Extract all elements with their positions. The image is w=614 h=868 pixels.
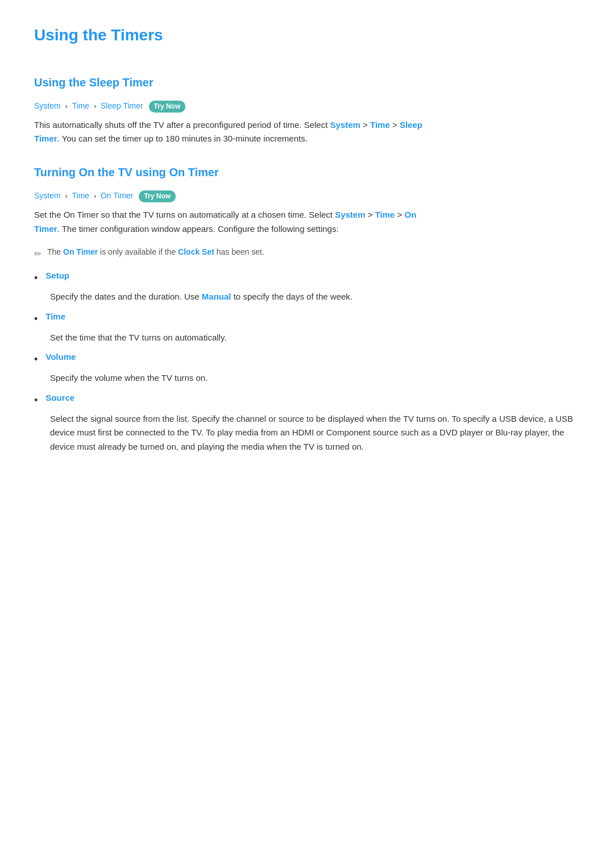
breadcrumb-sep-3: › [65, 192, 70, 200]
bullet-desc-volume: Specify the volume when the TV turns on. [50, 371, 580, 385]
breadcrumb-system-2[interactable]: System [34, 191, 61, 200]
bullet-dot-setup: • [34, 270, 38, 286]
page-title: Using the Timers [34, 23, 580, 53]
on-body-link-system[interactable]: System [335, 210, 365, 219]
try-now-badge-sleep[interactable]: Try Now [149, 101, 186, 113]
bullet-dot-time: • [34, 311, 38, 327]
try-now-badge-on[interactable]: Try Now [139, 190, 176, 202]
breadcrumb-time-1[interactable]: Time [72, 101, 90, 110]
on-timer-body: Set the On Timer so that the TV turns on… [34, 208, 580, 236]
bullet-desc-time: Set the time that the TV turns on automa… [50, 331, 580, 345]
sleep-body-link-sleep-timer[interactable]: SleepTimer [34, 120, 422, 144]
bullet-source: • Source Select the signal source from t… [34, 391, 580, 454]
bullet-time: • Time Set the time that the TV turns on… [34, 310, 580, 345]
note-link-clock-set[interactable]: Clock Set [178, 247, 214, 256]
breadcrumb-sep-1: › [65, 102, 70, 110]
setup-link-manual[interactable]: Manual [202, 292, 231, 301]
bullet-item-volume: • Volume [34, 350, 580, 368]
bullet-desc-source: Select the signal source from the list. … [50, 412, 580, 454]
on-timer-section: Turning On the TV using On Timer System … [34, 163, 580, 454]
bullet-title-time: Time [45, 310, 65, 323]
on-timer-breadcrumb: System › Time › On Timer Try Now [34, 189, 580, 202]
breadcrumb-time-2[interactable]: Time [72, 191, 90, 200]
pencil-icon: ✏ [34, 247, 42, 261]
bullet-item-setup: • Setup [34, 269, 580, 286]
bullet-item-source: • Source [34, 391, 580, 409]
sleep-timer-breadcrumb: System › Time › Sleep Timer Try Now [34, 99, 580, 113]
on-timer-note-text: The On Timer is only available if the Cl… [47, 246, 264, 258]
bullet-dot-volume: • [34, 351, 38, 368]
sleep-body-link-time[interactable]: Time [370, 120, 390, 130]
note-link-on-timer[interactable]: On Timer [63, 247, 98, 256]
on-body-link-time[interactable]: Time [375, 210, 395, 219]
on-timer-title: Turning On the TV using On Timer [34, 163, 580, 181]
bullet-item-time: • Time [34, 310, 580, 327]
bullet-title-setup: Setup [45, 269, 69, 283]
bullet-setup: • Setup Specify the dates and the durati… [34, 269, 580, 304]
breadcrumb-sep-4: › [94, 192, 98, 200]
breadcrumb-sep-2: › [94, 102, 98, 110]
on-timer-note: ✏ The On Timer is only available if the … [34, 246, 580, 261]
breadcrumb-system-1[interactable]: System [34, 101, 61, 110]
bullet-title-volume: Volume [45, 350, 76, 364]
sleep-body-link-system[interactable]: System [330, 120, 360, 130]
sleep-timer-body: This automatically shuts off the TV afte… [34, 118, 580, 147]
bullet-dot-source: • [34, 392, 38, 409]
bullet-title-source: Source [45, 391, 74, 405]
sleep-timer-section: Using the Sleep Timer System › Time › Sl… [34, 73, 580, 146]
bullet-desc-setup: Specify the dates and the duration. Use … [50, 290, 580, 304]
bullet-volume: • Volume Specify the volume when the TV … [34, 350, 580, 385]
sleep-timer-title: Using the Sleep Timer [34, 73, 580, 92]
breadcrumb-sleep-timer[interactable]: Sleep Timer [101, 101, 143, 110]
breadcrumb-on-timer[interactable]: On Timer [101, 191, 134, 200]
